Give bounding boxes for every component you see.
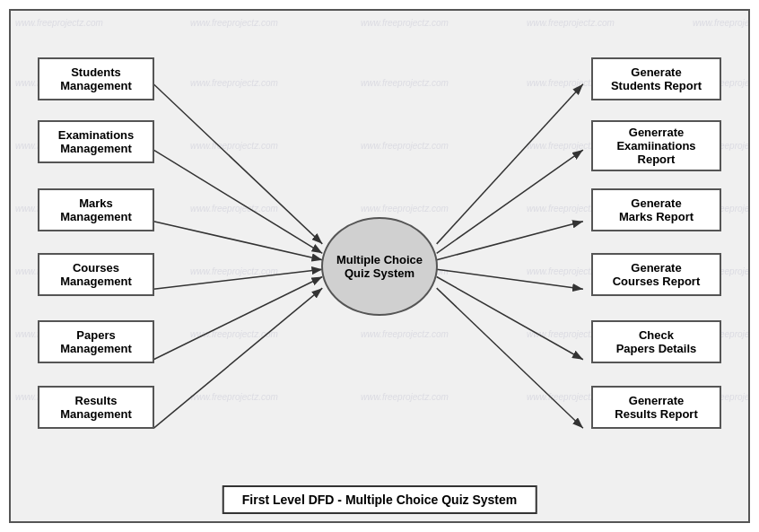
generate-results-report-label: GenerrateResults Report: [615, 394, 697, 421]
watermark: www.freeprojectz.com: [190, 266, 278, 276]
generate-results-report-box: GenerrateResults Report: [591, 386, 721, 429]
diagram-title-text: First Level DFD - Multiple Choice Quiz S…: [242, 493, 518, 507]
svg-line-9: [437, 222, 583, 260]
svg-line-6: [153, 288, 322, 428]
watermark: www.freeprojectz.com: [190, 204, 278, 214]
watermark: www.freeprojectz.com: [361, 329, 449, 339]
watermark: www.freeprojectz.com: [190, 392, 278, 402]
watermark: www.freeprojectz.com: [190, 78, 278, 88]
svg-line-7: [437, 84, 583, 244]
watermark: www.freeprojectz.com: [190, 18, 278, 28]
svg-line-1: [153, 84, 322, 244]
svg-line-3: [153, 222, 322, 260]
examinations-management-box: ExaminationsManagement: [38, 120, 154, 163]
marks-management-box: MarksManagement: [38, 188, 154, 231]
svg-line-5: [153, 277, 322, 360]
watermark: www.freeprojectz.com: [361, 392, 449, 402]
watermark: www.freeprojectz.com: [527, 18, 615, 28]
watermark: www.freeprojectz.com: [361, 204, 449, 214]
generate-examinations-report-box: GenerrateExamiinations Report: [591, 120, 721, 171]
watermark: www.freeprojectz.com: [190, 329, 278, 339]
watermark: www.freeprojectz.com: [361, 141, 449, 151]
generate-students-report-label: GenerateStudents Report: [611, 65, 702, 92]
papers-management-box: PapersManagement: [38, 320, 154, 363]
check-papers-details-label: CheckPapers Details: [616, 328, 697, 355]
svg-line-12: [437, 288, 583, 428]
generate-courses-report-box: GenerateCourses Report: [591, 253, 721, 296]
svg-line-2: [153, 150, 322, 253]
diagram-title: First Level DFD - Multiple Choice Quiz S…: [222, 485, 537, 514]
results-management-box: ResultsManagement: [38, 386, 154, 429]
students-management-label: Students Management: [43, 65, 149, 92]
center-ellipse: Multiple ChoiceQuiz System: [321, 217, 438, 316]
generate-examinations-report-label: GenerrateExamiinations Report: [597, 126, 716, 166]
generate-courses-report-label: GenerateCourses Report: [613, 261, 701, 288]
svg-line-10: [437, 269, 583, 289]
svg-line-4: [153, 269, 322, 289]
results-management-label: ResultsManagement: [60, 394, 131, 421]
watermark: www.freeprojectz.com: [693, 18, 748, 28]
watermark: www.freeprojectz.com: [190, 141, 278, 151]
svg-line-8: [437, 150, 583, 253]
generate-students-report-box: GenerateStudents Report: [591, 57, 721, 100]
check-papers-details-box: CheckPapers Details: [591, 320, 721, 363]
svg-line-11: [437, 277, 583, 360]
center-label: Multiple ChoiceQuiz System: [336, 253, 423, 280]
examinations-management-label: ExaminationsManagement: [58, 128, 135, 155]
courses-management-label: CoursesManagement: [60, 261, 131, 288]
marks-management-label: MarksManagement: [60, 196, 131, 223]
generate-marks-report-box: GenerateMarks Report: [591, 188, 721, 231]
students-management-box: Students Management: [38, 57, 154, 100]
diagram-inner: www.freeprojectz.com www.freeprojectz.co…: [11, 11, 748, 521]
watermark: www.freeprojectz.com: [15, 18, 103, 28]
watermark: www.freeprojectz.com: [361, 18, 449, 28]
papers-management-label: PapersManagement: [60, 328, 131, 355]
watermark: www.freeprojectz.com: [361, 78, 449, 88]
courses-management-box: CoursesManagement: [38, 253, 154, 296]
diagram-container: www.freeprojectz.com www.freeprojectz.co…: [9, 9, 750, 523]
generate-marks-report-label: GenerateMarks Report: [619, 196, 694, 223]
